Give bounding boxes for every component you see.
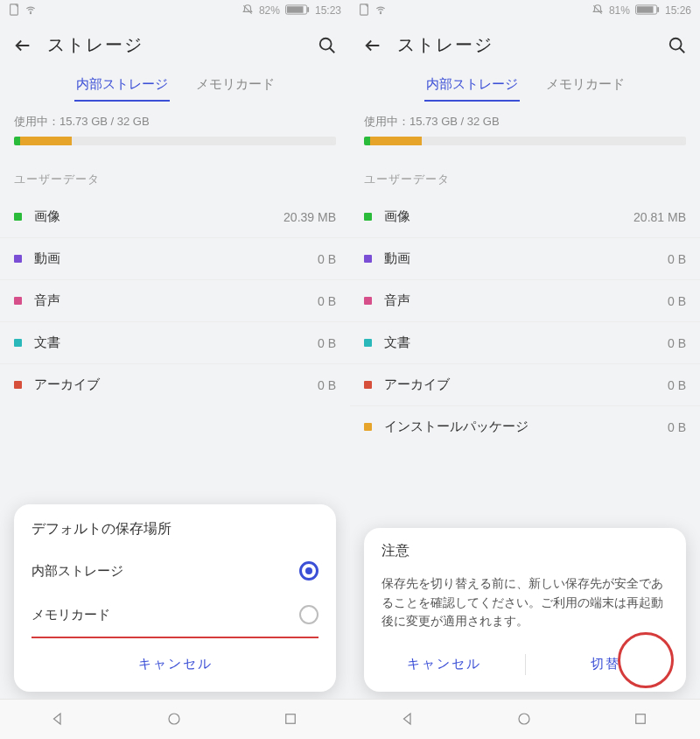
sim-icon: [9, 4, 19, 18]
nav-back-icon[interactable]: [400, 711, 417, 728]
list-item-label: インストールパッケージ: [384, 419, 528, 435]
list-item[interactable]: 音声0 B: [0, 280, 350, 322]
svg-line-7: [330, 47, 335, 53]
tab-sdcard[interactable]: メモリカード: [194, 73, 276, 96]
svg-rect-5: [307, 7, 309, 12]
svg-point-18: [519, 714, 529, 724]
phone-left: 82% 15:23 ストレージ 内部ストレージ メモリカード 使用中：15.73…: [0, 0, 350, 739]
tab-internal[interactable]: 内部ストレージ: [74, 73, 170, 96]
mute-icon: [242, 4, 254, 18]
list-item[interactable]: 画像20.81 MB: [350, 196, 700, 238]
list-item-label: アーカイブ: [34, 377, 100, 393]
battery-icon: [285, 4, 310, 18]
wifi-icon: [24, 4, 37, 18]
svg-point-8: [169, 714, 179, 724]
list-item-label: 文書: [34, 334, 60, 351]
list-item[interactable]: アーカイブ0 B: [350, 364, 700, 406]
app-header: ストレージ: [350, 21, 700, 64]
list-item-label: 画像: [34, 208, 60, 225]
list-item[interactable]: インストールパッケージ0 B: [350, 406, 700, 447]
list-item-label: 画像: [384, 208, 410, 225]
clock: 15:23: [315, 4, 341, 17]
list-item-value: 0 B: [318, 294, 336, 308]
nav-bar: [350, 699, 700, 739]
usage-label: 使用中：15.73 GB / 32 GB: [364, 114, 686, 130]
sim-icon: [359, 4, 369, 18]
status-bar: 81% 15:26: [350, 0, 700, 21]
dialog-overlay: 注意 保存先を切り替える前に、新しい保存先が安全であることを確認してください。ご…: [350, 528, 700, 697]
nav-recent-icon[interactable]: [283, 711, 300, 728]
usage-block: 使用中：15.73 GB / 32 GB: [350, 102, 700, 151]
list-item-value: 0 B: [668, 336, 686, 350]
category-dot-icon: [364, 297, 372, 305]
list-item[interactable]: 画像20.39 MB: [0, 196, 350, 238]
list-item[interactable]: アーカイブ0 B: [0, 364, 350, 405]
category-dot-icon: [364, 339, 372, 347]
wifi-icon: [374, 4, 387, 18]
confirm-button[interactable]: 切替: [526, 649, 687, 679]
list-item-label: 文書: [384, 334, 410, 351]
list-item[interactable]: 文書0 B: [0, 322, 350, 364]
list-item-value: 0 B: [318, 378, 336, 392]
default-location-dialog: デフォルトの保存場所 内部ストレージ メモリカード キャンセル: [14, 504, 336, 692]
battery-icon: [635, 4, 660, 18]
battery-percent: 82%: [259, 4, 280, 17]
category-dot-icon: [364, 213, 372, 221]
search-button[interactable]: [667, 35, 688, 56]
list-item[interactable]: 動画0 B: [350, 238, 700, 280]
svg-rect-19: [636, 714, 646, 723]
list-item-value: 0 B: [668, 294, 686, 308]
back-button[interactable]: [12, 35, 33, 56]
list-item-value: 0 B: [668, 252, 686, 266]
list-item[interactable]: 動画0 B: [0, 238, 350, 280]
list-item[interactable]: 音声0 B: [350, 280, 700, 322]
nav-recent-icon[interactable]: [633, 711, 650, 728]
back-button[interactable]: [362, 35, 383, 56]
option-internal[interactable]: 内部ストレージ: [14, 549, 336, 593]
list-item-value: 20.81 MB: [634, 210, 686, 224]
nav-home-icon[interactable]: [166, 711, 184, 728]
category-dot-icon: [364, 381, 372, 389]
category-dot-icon: [14, 213, 22, 221]
category-dot-icon: [364, 423, 372, 431]
radio-unselected-icon: [299, 605, 318, 624]
nav-back-icon[interactable]: [50, 711, 67, 728]
svg-rect-15: [657, 7, 659, 12]
status-bar: 82% 15:23: [0, 0, 350, 21]
list-item[interactable]: 文書0 B: [350, 322, 700, 364]
confirm-dialog: 注意 保存先を切り替える前に、新しい保存先が安全であることを確認してください。ご…: [364, 528, 686, 692]
option-sdcard[interactable]: メモリカード: [14, 593, 336, 637]
dialog-overlay: デフォルトの保存場所 内部ストレージ メモリカード キャンセル: [0, 504, 350, 697]
svg-point-6: [320, 38, 332, 49]
svg-line-17: [680, 47, 685, 53]
category-dot-icon: [14, 381, 22, 389]
cancel-button[interactable]: キャンセル: [364, 649, 525, 679]
mute-icon: [592, 4, 604, 18]
usage-bar: [14, 137, 336, 145]
section-userdata: ユーザーデータ: [0, 151, 350, 196]
option-internal-label: 内部ストレージ: [32, 563, 123, 580]
list-item-value: 0 B: [318, 252, 336, 266]
cancel-button[interactable]: キャンセル: [14, 649, 336, 679]
tab-sdcard[interactable]: メモリカード: [544, 73, 626, 96]
dialog-title: デフォルトの保存場所: [14, 520, 336, 549]
tabs: 内部ストレージ メモリカード: [0, 64, 350, 102]
nav-bar: [0, 699, 350, 739]
tab-internal[interactable]: 内部ストレージ: [424, 73, 520, 96]
dialog-body: 保存先を切り替える前に、新しい保存先が安全であることを確認してください。ご利用の…: [364, 571, 686, 640]
battery-percent: 81%: [609, 4, 630, 17]
usage-block: 使用中：15.73 GB / 32 GB: [0, 102, 350, 151]
list-item-value: 20.39 MB: [284, 210, 336, 224]
app-header: ストレージ: [0, 21, 350, 64]
list-item-label: 音声: [384, 292, 410, 309]
list-item-label: 動画: [34, 250, 60, 267]
nav-home-icon[interactable]: [516, 711, 534, 728]
svg-rect-14: [637, 6, 654, 12]
svg-point-16: [670, 38, 682, 49]
search-button[interactable]: [317, 35, 338, 56]
list-item-label: 動画: [384, 250, 410, 267]
svg-point-11: [380, 12, 381, 13]
svg-rect-4: [287, 6, 304, 12]
list-item-value: 0 B: [318, 336, 336, 350]
category-dot-icon: [364, 255, 372, 263]
